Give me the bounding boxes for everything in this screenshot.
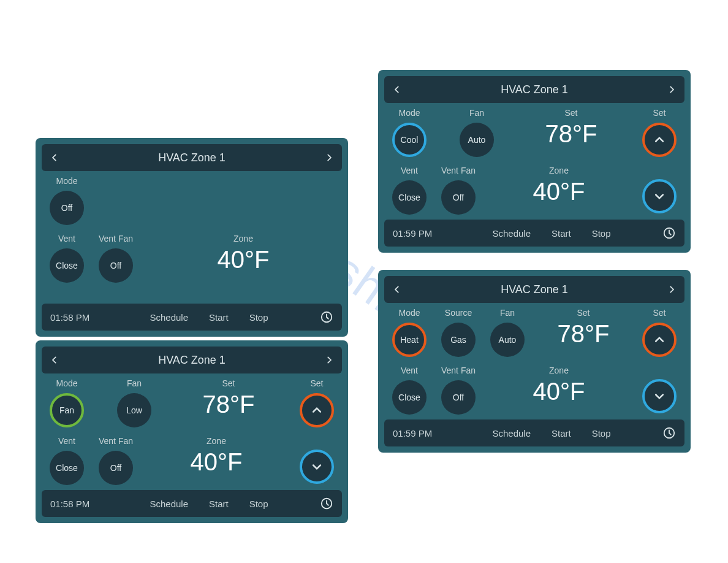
schedule-link[interactable]: Schedule (150, 312, 188, 323)
fan-control: Fan Auto (449, 108, 504, 157)
ventfan-control: Vent Fan Off (94, 436, 137, 485)
vent-button[interactable]: Close (392, 180, 427, 215)
clock-time: 01:58 PM (50, 499, 98, 509)
panel-title: HVAC Zone 1 (158, 354, 226, 367)
vent-label: Vent (401, 166, 418, 175)
ventfan-button[interactable]: Off (441, 180, 476, 215)
stop-link[interactable]: Stop (249, 499, 268, 509)
fan-button[interactable]: Low (117, 393, 151, 427)
clock-icon[interactable] (662, 226, 676, 240)
hvac-panel-4: HVAC Zone 1 Mode Heat Source Gas Fan Aut… (378, 270, 691, 453)
zone-value: 40°F (218, 246, 270, 274)
start-link[interactable]: Start (209, 499, 229, 509)
clock-icon[interactable] (320, 310, 333, 324)
clock-time: 01:59 PM (393, 228, 441, 239)
ventfan-button[interactable]: Off (99, 451, 133, 485)
panel-footer: 01:59 PM Schedule Start Stop (384, 220, 684, 247)
chevron-down-icon (311, 461, 323, 473)
set-value: 78°F (545, 120, 597, 148)
mode-button[interactable]: Heat (392, 323, 427, 357)
panel-title: HVAC Zone 1 (158, 151, 226, 164)
set-label: Set (222, 378, 235, 388)
set-down-button[interactable] (642, 179, 677, 213)
vent-button[interactable]: Close (50, 248, 84, 283)
schedule-link[interactable]: Schedule (150, 499, 188, 509)
chevron-right-icon[interactable] (325, 151, 333, 164)
chevron-right-icon[interactable] (325, 353, 333, 367)
set-up-control: Set (638, 308, 681, 357)
vent-button[interactable]: Close (50, 451, 84, 485)
chevron-up-icon (653, 134, 665, 146)
start-link[interactable]: Start (209, 312, 229, 323)
zone-label: Zone (207, 436, 226, 446)
vent-label: Vent (58, 234, 75, 243)
panel-title: HVAC Zone 1 (501, 283, 568, 296)
vent-label: Vent (58, 436, 75, 446)
set-down-button[interactable] (300, 450, 334, 484)
mode-label: Mode (398, 308, 420, 318)
start-link[interactable]: Start (552, 428, 571, 439)
chevron-left-icon[interactable] (393, 83, 401, 96)
panel-footer: 01:58 PM Schedule Start Stop (42, 490, 342, 517)
set-down-button[interactable] (642, 379, 677, 413)
zone-readout: Zone 40°F (143, 436, 289, 476)
stop-link[interactable]: Stop (592, 428, 611, 439)
chevron-left-icon[interactable] (50, 151, 59, 164)
mode-control: Mode Heat (388, 308, 431, 357)
zone-value: 40°F (533, 178, 585, 205)
set-up-button[interactable] (642, 323, 677, 357)
mode-button[interactable]: Cool (392, 123, 427, 157)
mode-button[interactable]: Fan (50, 393, 84, 427)
source-button[interactable]: Gas (441, 323, 476, 357)
set-up-control: Set (295, 378, 338, 427)
panel-header: HVAC Zone 1 (42, 347, 342, 373)
chevron-right-icon[interactable] (667, 283, 676, 296)
ventfan-control: Vent Fan Off (437, 166, 480, 215)
panel-title: HVAC Zone 1 (501, 83, 568, 96)
set-label: Set (577, 308, 590, 318)
mode-label: Mode (56, 378, 77, 388)
schedule-link[interactable]: Schedule (492, 428, 531, 439)
stop-link[interactable]: Stop (249, 312, 268, 323)
mode-button[interactable]: Off (50, 191, 84, 225)
panel-footer: 01:59 PM Schedule Start Stop (384, 419, 684, 446)
panel-header: HVAC Zone 1 (384, 276, 684, 303)
vent-label: Vent (401, 366, 418, 375)
clock-icon[interactable] (320, 497, 333, 510)
ventfan-label: Vent Fan (441, 166, 476, 175)
ventfan-button[interactable]: Off (99, 248, 133, 283)
set-up-button[interactable] (642, 123, 677, 157)
fan-button[interactable]: Auto (460, 123, 494, 157)
start-link[interactable]: Start (552, 228, 571, 239)
mode-label: Mode (398, 108, 420, 118)
ventfan-button[interactable]: Off (441, 380, 476, 415)
zone-value: 40°F (191, 448, 243, 476)
zone-readout: Zone 40°F (486, 166, 632, 205)
fan-label: Fan (469, 108, 484, 118)
stop-link[interactable]: Stop (592, 228, 611, 239)
panel-footer: 01:58 PM Schedule Start Stop (42, 304, 342, 331)
set-up-control: Set (638, 108, 681, 157)
set-down-control (295, 436, 338, 484)
zone-label: Zone (549, 166, 569, 175)
hvac-panel-1: HVAC Zone 1 Mode Off Vent Close Vent Fan… (36, 138, 348, 337)
chevron-down-icon (653, 390, 665, 402)
ventfan-label: Vent Fan (441, 366, 476, 375)
schedule-link[interactable]: Schedule (492, 228, 531, 239)
set-readout: Set 78°F (535, 308, 632, 348)
fan-button[interactable]: Auto (490, 323, 525, 357)
set-up-button[interactable] (300, 393, 334, 427)
chevron-left-icon[interactable] (393, 283, 401, 296)
fan-control: Fan Low (107, 378, 162, 427)
set-readout: Set 78°F (168, 378, 289, 418)
mode-control: Mode Off (45, 176, 88, 225)
chevron-left-icon[interactable] (50, 353, 59, 367)
vent-control: Vent Close (45, 436, 88, 485)
source-control: Source Gas (437, 308, 480, 357)
ventfan-label: Vent Fan (99, 234, 133, 243)
vent-button[interactable]: Close (392, 380, 427, 415)
clock-icon[interactable] (662, 426, 676, 440)
chevron-right-icon[interactable] (667, 83, 676, 96)
zone-readout: Zone 40°F (486, 366, 632, 405)
clock-time: 01:59 PM (393, 428, 441, 439)
